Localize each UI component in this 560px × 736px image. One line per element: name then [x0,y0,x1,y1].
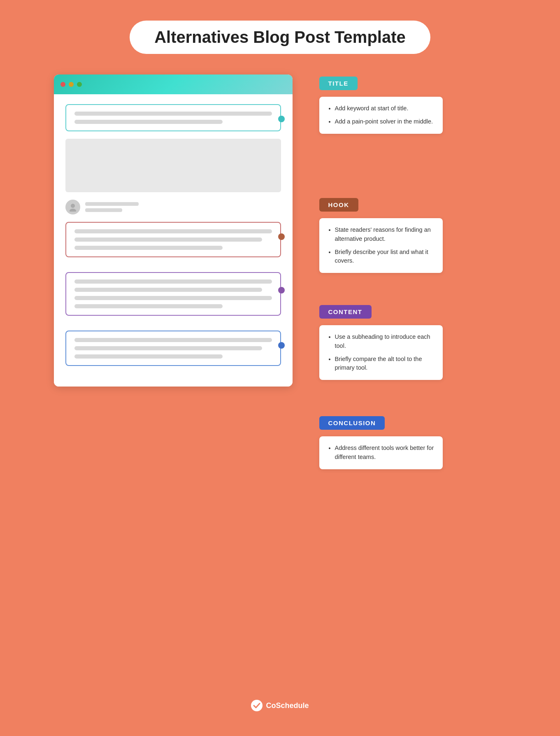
title-bullet-list: Add keyword at start of title. Add a pai… [328,104,435,126]
hook-bullet-list: State readers' reasons for finding an al… [328,226,435,266]
browser-body [54,94,293,387]
conclusion-section-row [65,331,281,366]
browser-dot-yellow [69,82,74,87]
title-section-row [65,104,281,131]
hook-bullet-1: State readers' reasons for finding an al… [335,226,435,244]
author-avatar [65,200,80,214]
title-label: TITLE [319,77,358,90]
conclusion-line-2 [74,346,262,350]
title-connector-dot [278,116,285,122]
title-bullet-2: Add a pain-point solver in the middle. [335,117,435,126]
content-label: CONTENT [319,305,372,319]
title-bullet-1: Add keyword at start of title. [335,104,435,113]
conclusion-annotation-card: Address different tools work better for … [319,436,443,469]
conclusion-connector-dot [278,342,285,349]
content-line-3 [74,296,272,300]
browser-mockup [54,75,293,387]
hook-line-3 [74,246,223,250]
author-row [65,200,281,214]
title-annotation: TITLE Add keyword at start of title. Add… [319,77,443,134]
browser-mockup-column [54,75,297,387]
content-bullet-2: Briefly compare the alt tool to the prim… [335,355,435,373]
conclusion-bullet-1: Address different tools work better for … [335,444,435,462]
hook-annotation-card: State readers' reasons for finding an al… [319,218,443,273]
title-line-1 [74,112,272,116]
conclusion-bullet-list: Address different tools work better for … [328,444,435,462]
hook-section-row [65,222,281,257]
title-line-2 [74,120,223,124]
footer: CoSchedule [251,700,309,724]
conclusion-line-3 [74,354,223,359]
annotations-column: TITLE Add keyword at start of title. Add… [305,75,507,387]
hook-label: HOOK [319,198,358,212]
footer-logo [251,700,263,711]
content-connector-dot [278,287,285,293]
author-lines [85,202,281,212]
footer-brand: CoSchedule [266,701,309,710]
hook-section-box [65,222,281,257]
title-annotation-card: Add keyword at start of title. Add a pai… [319,97,443,134]
page-title: Alternatives Blog Post Template [154,28,406,47]
author-date-line [85,208,122,212]
content-bullet-list: Use a subheading to introduce each tool.… [328,333,435,373]
content-bullet-1: Use a subheading to introduce each tool. [335,333,435,351]
svg-point-0 [71,204,75,208]
content-line-2 [74,288,262,292]
conclusion-label: CONCLUSION [319,416,385,430]
svg-point-1 [70,209,76,212]
hook-line-2 [74,238,262,242]
hook-connector-dot [278,233,285,240]
conclusion-line-1 [74,338,272,342]
featured-image-placeholder [65,139,281,192]
hook-line-1 [74,229,272,233]
browser-dot-green [77,82,82,87]
hook-bullet-2: Briefly describe your list and what it c… [335,248,435,266]
content-annotation-card: Use a subheading to introduce each tool.… [319,325,443,380]
main-layout: TITLE Add keyword at start of title. Add… [54,75,507,387]
conclusion-section-box [65,331,281,366]
content-section-box [65,272,281,316]
content-line-4 [74,304,223,308]
hook-annotation: HOOK State readers' reasons for finding … [319,198,443,273]
page-title-container: Alternatives Blog Post Template [130,21,430,54]
title-section-box [65,104,281,131]
content-section-row [65,272,281,316]
browser-bar [54,75,293,94]
content-line-1 [74,279,272,284]
author-name-line [85,202,139,206]
content-annotation: CONTENT Use a subheading to introduce ea… [319,305,443,380]
conclusion-annotation: CONCLUSION Address different tools work … [319,416,443,469]
browser-dot-red [60,82,65,87]
